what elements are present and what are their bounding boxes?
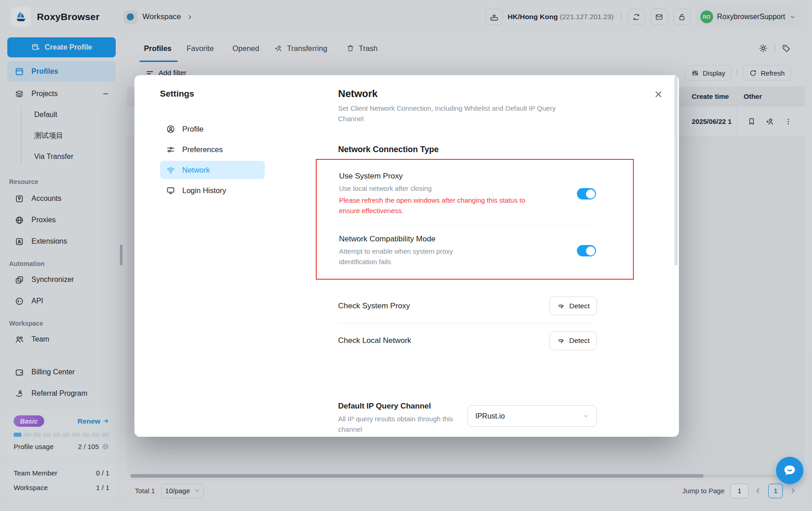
ip-channel-value: IPRust.io	[475, 412, 505, 420]
ip-channel-desc: All IP query results obtain through this…	[338, 414, 462, 434]
sliders-icon	[166, 145, 175, 154]
settings-nav-login-history[interactable]: Login History	[160, 181, 265, 199]
setting-desc: Attempt to enable when system proxy iden…	[339, 246, 462, 267]
ip-channel-select[interactable]: IPRust.io	[468, 405, 597, 427]
chat-bubble-icon	[782, 463, 797, 478]
highlighted-settings-group: Use System Proxy Use local network after…	[316, 159, 634, 280]
check-label: Check Local Network	[338, 336, 411, 345]
pane-title: Network	[338, 88, 662, 100]
modal-scrollbar[interactable]	[674, 76, 678, 266]
section-network-connection-type: Network Connection Type	[338, 145, 662, 154]
detect-system-proxy-button[interactable]: Detect	[550, 296, 597, 315]
network-pane: Network Set Client Network Connection, I…	[338, 75, 662, 434]
setting-desc: Use local network after closing	[339, 183, 544, 194]
setting-label: Network Compatibility Mode	[339, 235, 553, 244]
chevron-down-icon	[582, 413, 589, 419]
roxybrowser-app: RoxyBrowser Workspace HK/Hong Kong (221.…	[0, 0, 812, 511]
settings-nav-label: Login History	[182, 186, 226, 195]
detect-label: Detect	[569, 337, 590, 345]
check-label: Check System Proxy	[338, 301, 410, 311]
settings-nav-label: Preferences	[182, 145, 223, 154]
settings-nav-preferences[interactable]: Preferences	[160, 140, 265, 158]
check-system-proxy-row: Check System Proxy Detect	[338, 289, 597, 323]
detect-label: Detect	[569, 302, 590, 310]
detect-icon	[557, 302, 565, 310]
ip-channel-label: Default IP Query Channel	[338, 402, 468, 411]
settings-nav-label: Network	[182, 166, 210, 174]
monitor-icon	[166, 186, 175, 195]
settings-nav-profile[interactable]: Profile	[160, 120, 265, 138]
setting-warning: Please refresh the open windows after ch…	[339, 195, 542, 216]
person-circle-icon	[166, 124, 175, 134]
detect-icon	[557, 337, 565, 345]
use-system-proxy-toggle[interactable]	[577, 188, 596, 199]
settings-modal: Settings Profile Preferences	[134, 75, 679, 437]
detect-local-network-button[interactable]: Detect	[550, 332, 597, 350]
pane-subtitle: Set Client Network Connection, Including…	[338, 103, 580, 124]
support-chat-button[interactable]	[776, 457, 803, 484]
settings-nav-network[interactable]: Network	[160, 161, 265, 179]
setting-use-system-proxy: Use System Proxy Use local network after…	[339, 172, 596, 216]
check-local-network-row: Check Local Network Detect	[338, 323, 597, 358]
setting-label: Use System Proxy	[339, 172, 553, 181]
setting-network-compatibility: Network Compatibility Mode Attempt to en…	[339, 235, 596, 267]
divider	[339, 225, 596, 225]
wifi-icon	[166, 165, 175, 175]
settings-nav-label: Profile	[182, 125, 204, 133]
settings-title: Settings	[160, 89, 269, 99]
default-ip-query-channel-row: Default IP Query Channel All IP query re…	[338, 402, 597, 434]
settings-nav: Settings Profile Preferences	[160, 89, 269, 199]
network-compatibility-toggle[interactable]	[577, 245, 596, 256]
